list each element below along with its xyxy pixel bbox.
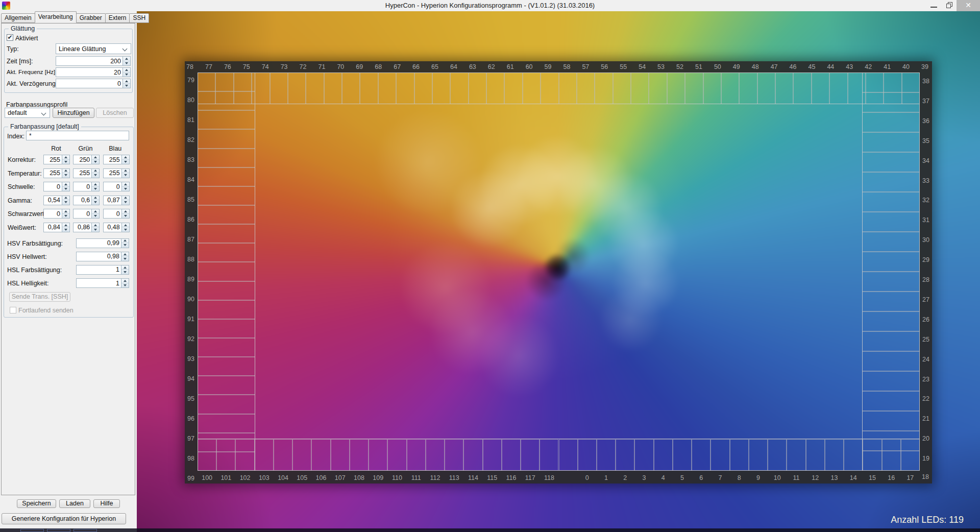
rgb-spinbox-value[interactable]: 0,54 — [43, 196, 62, 205]
spin-down-icon[interactable] — [92, 187, 99, 191]
spin-down-icon[interactable] — [123, 84, 130, 88]
rgb-spinbox[interactable]: 0 — [73, 182, 100, 191]
spin-up-icon[interactable] — [122, 169, 129, 174]
generate-config-button[interactable]: Generiere Konfiguration für Hyperion — [2, 513, 126, 524]
zeit-spinbox[interactable]: 200 — [56, 56, 131, 66]
spin-down-icon[interactable] — [122, 187, 129, 191]
hsv-hsl-spinbox[interactable]: 1 — [76, 265, 129, 275]
rgb-spinbox-value[interactable]: 0 — [103, 209, 121, 219]
spin-up-icon[interactable] — [92, 223, 99, 228]
tab-grabber[interactable]: Grabber — [76, 13, 106, 23]
zeit-spinbox-value[interactable]: 200 — [56, 56, 122, 66]
rgb-spinbox-value[interactable]: 0,48 — [103, 223, 121, 232]
hsv-hsl-spinbox-value[interactable]: 1 — [76, 265, 121, 275]
spin-down-icon[interactable] — [122, 160, 129, 164]
spin-down-icon[interactable] — [121, 256, 129, 261]
spin-down-icon[interactable] — [121, 270, 129, 274]
hilfe-button[interactable]: Hilfe — [93, 499, 120, 508]
spin-up-icon[interactable] — [92, 209, 99, 214]
spin-up-icon[interactable] — [122, 182, 129, 187]
rgb-spinbox[interactable]: 0 — [103, 182, 130, 191]
rgb-spinbox-value[interactable]: 0,84 — [43, 223, 62, 232]
spin-down-icon[interactable] — [92, 160, 99, 164]
aktiviert-checkbox[interactable]: ✔ — [7, 34, 13, 41]
spin-down-icon[interactable] — [62, 173, 69, 178]
rgb-spinbox[interactable]: 255 — [73, 168, 100, 178]
spin-up-icon[interactable] — [92, 182, 99, 187]
tab-extern[interactable]: Extern — [105, 13, 130, 23]
spin-up-icon[interactable] — [62, 223, 69, 228]
rgb-spinbox[interactable]: 255 — [103, 155, 130, 164]
spin-up-icon[interactable] — [121, 239, 129, 244]
spin-up-icon[interactable] — [62, 155, 69, 160]
spin-up-icon[interactable] — [92, 169, 99, 174]
rgb-spinbox-value[interactable]: 255 — [103, 168, 121, 178]
verzoegerung-spinbox-value[interactable]: 0 — [56, 79, 122, 88]
spin-down-icon[interactable] — [122, 227, 129, 232]
spin-up-icon[interactable] — [122, 209, 129, 214]
rgb-spinbox-value[interactable]: 255 — [73, 168, 91, 178]
tab-verarbeitung[interactable]: Verarbeitung — [35, 11, 77, 23]
rgb-spinbox-value[interactable]: 255 — [43, 155, 62, 164]
spin-up-icon[interactable] — [122, 196, 129, 201]
spin-up-icon[interactable] — [123, 68, 130, 72]
spin-up-icon[interactable] — [123, 79, 130, 84]
rgb-spinbox[interactable]: 255 — [43, 155, 70, 164]
spin-up-icon[interactable] — [62, 196, 69, 201]
close-button[interactable]: ✕ — [957, 0, 980, 11]
rgb-spinbox-value[interactable]: 0 — [103, 182, 121, 191]
rgb-spinbox-value[interactable]: 0,87 — [103, 196, 121, 205]
rgb-spinbox[interactable]: 0,54 — [43, 196, 70, 205]
spin-down-icon[interactable] — [62, 160, 69, 164]
spin-up-icon[interactable] — [92, 196, 99, 201]
rgb-spinbox-value[interactable]: 0 — [73, 209, 91, 219]
spin-up-icon[interactable] — [122, 155, 129, 160]
rgb-spinbox[interactable]: 0,87 — [103, 196, 130, 205]
verzoegerung-spinbox[interactable]: 0 — [56, 79, 131, 88]
spin-down-icon[interactable] — [123, 61, 130, 66]
minimize-button[interactable] — [927, 0, 941, 11]
spin-up-icon[interactable] — [121, 279, 129, 283]
rgb-spinbox[interactable]: 0,6 — [73, 196, 100, 205]
spin-up-icon[interactable] — [121, 252, 129, 257]
spin-up-icon[interactable] — [92, 155, 99, 160]
spin-down-icon[interactable] — [92, 173, 99, 178]
rgb-spinbox-value[interactable]: 0,6 — [73, 196, 91, 205]
spin-down-icon[interactable] — [92, 200, 99, 205]
rgb-spinbox-value[interactable]: 255 — [43, 168, 62, 178]
spin-down-icon[interactable] — [121, 283, 129, 288]
spin-down-icon[interactable] — [122, 214, 129, 219]
spin-up-icon[interactable] — [122, 223, 129, 228]
rgb-spinbox-value[interactable]: 255 — [103, 155, 121, 164]
spin-down-icon[interactable] — [122, 200, 129, 205]
spin-up-icon[interactable] — [123, 57, 130, 61]
index-field[interactable]: * — [26, 131, 129, 140]
rgb-spinbox-value[interactable]: 0 — [43, 209, 62, 219]
spin-up-icon[interactable] — [62, 169, 69, 174]
rgb-spinbox[interactable]: 0,84 — [43, 223, 70, 232]
rgb-spinbox[interactable]: 255 — [103, 168, 130, 178]
hsv-hsl-spinbox[interactable]: 0,98 — [76, 252, 129, 261]
rgb-spinbox[interactable]: 0 — [73, 209, 100, 219]
rgb-spinbox[interactable]: 0 — [103, 209, 130, 219]
spin-down-icon[interactable] — [92, 214, 99, 219]
spin-up-icon[interactable] — [62, 209, 69, 214]
rgb-spinbox[interactable]: 0,86 — [73, 223, 100, 232]
hsv-hsl-spinbox[interactable]: 0,99 — [76, 238, 129, 248]
rgb-spinbox[interactable]: 250 — [73, 155, 100, 164]
laden-button[interactable]: Laden — [59, 499, 90, 508]
hsv-hsl-spinbox[interactable]: 1 — [76, 278, 129, 288]
rgb-spinbox-value[interactable]: 250 — [73, 155, 91, 164]
speichern-button[interactable]: Speichern — [17, 499, 56, 508]
spin-down-icon[interactable] — [62, 214, 69, 219]
spin-down-icon[interactable] — [62, 187, 69, 191]
tab-ssh[interactable]: SSH — [129, 13, 149, 23]
profile-combobox[interactable]: default — [5, 108, 50, 118]
spin-down-icon[interactable] — [121, 243, 129, 248]
frequenz-spinbox-value[interactable]: 20 — [56, 67, 122, 77]
spin-up-icon[interactable] — [62, 182, 69, 187]
spin-up-icon[interactable] — [121, 265, 129, 270]
rgb-spinbox-value[interactable]: 0 — [43, 182, 62, 191]
restore-button[interactable] — [942, 0, 957, 11]
spin-down-icon[interactable] — [123, 72, 130, 77]
